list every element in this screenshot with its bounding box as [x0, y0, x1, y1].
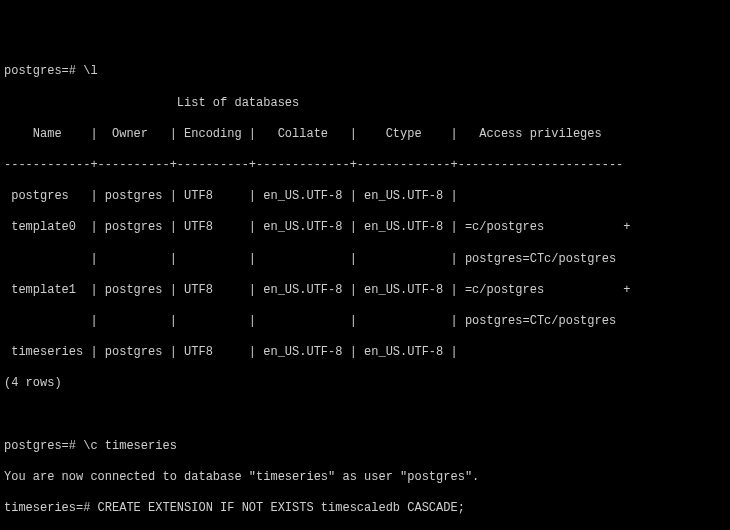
table-row: postgres | postgres | UTF8 | en_US.UTF-8… — [4, 189, 726, 205]
table-row: timeseries | postgres | UTF8 | en_US.UTF… — [4, 345, 726, 361]
table-divider: ------------+----------+----------+-----… — [4, 158, 726, 174]
table-row: | | | | | postgres=CTc/postgres — [4, 314, 726, 330]
table-row: | | | | | postgres=CTc/postgres — [4, 252, 726, 268]
connected-message: You are now connected to database "times… — [4, 470, 726, 486]
blank-line — [4, 407, 726, 423]
row-count: (4 rows) — [4, 376, 726, 392]
table-columns-header: Name | Owner | Encoding | Collate | Ctyp… — [4, 127, 726, 143]
psql-prompt-list: postgres=# \l — [4, 64, 726, 80]
table-row: template1 | postgres | UTF8 | en_US.UTF-… — [4, 283, 726, 299]
table-title: List of databases — [4, 96, 726, 112]
psql-prompt-create-extension: timeseries=# CREATE EXTENSION IF NOT EXI… — [4, 501, 726, 517]
table-row: template0 | postgres | UTF8 | en_US.UTF-… — [4, 220, 726, 236]
psql-prompt-connect: postgres=# \c timeseries — [4, 439, 726, 455]
